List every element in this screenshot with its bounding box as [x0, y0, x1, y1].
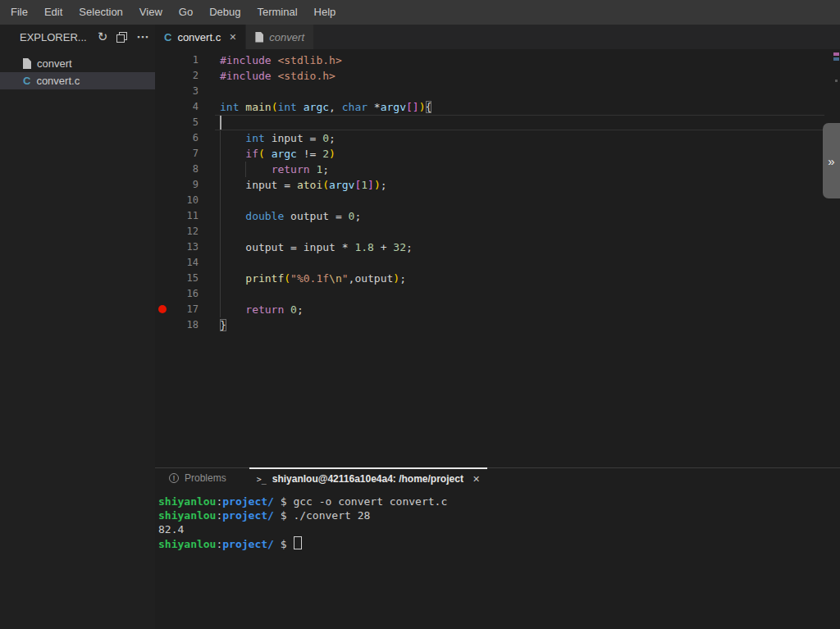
file-icon — [23, 58, 31, 69]
prompt-user: shiyanlou — [158, 495, 216, 508]
code-line-5: 5 — [155, 115, 840, 130]
menu-item-terminal[interactable]: Terminal — [249, 0, 305, 25]
code-line-11: 11 double output = 0; — [155, 208, 840, 224]
terminal-line: shiyanlou:project/ $ gcc -o convert conv… — [158, 495, 837, 508]
code-text: #include <stdlib.h> — [220, 52, 342, 68]
code-text: #include <stdio.h> — [220, 68, 336, 84]
code-text: output = input * 1.8 + 32; — [220, 239, 413, 255]
line-number: 12 — [155, 224, 199, 239]
menu-bar: FileEditSelectionViewGoDebugTerminalHelp — [0, 0, 840, 25]
explorer-actions: ↻ ⋯ — [98, 31, 150, 43]
terminal-icon: >_ — [257, 475, 267, 484]
terminal-command: ./convert 28 — [293, 509, 370, 522]
file-name: convert.c — [36, 75, 80, 87]
terminal-command: gcc -o convert convert.c — [293, 495, 447, 508]
problems-icon: ! — [169, 473, 179, 483]
explorer-sidebar: EXPLORER... ↻ ⋯ convertCconvert.c — [0, 25, 155, 629]
close-tab-icon[interactable]: ✕ — [229, 32, 236, 43]
tab-label: convert.c — [177, 31, 221, 43]
line-number: 16 — [155, 286, 199, 302]
prompt-dir: project/ — [222, 509, 274, 522]
line-number: 9 — [155, 177, 199, 193]
line-number: 7 — [155, 146, 199, 162]
tab-terminal[interactable]: >_ shiyanlou@42116a10e4a4: /home/project… — [249, 467, 487, 489]
tab-problems[interactable]: ! Problems — [161, 467, 235, 489]
close-terminal-icon[interactable]: ✕ — [472, 474, 480, 485]
file-icon — [255, 32, 263, 43]
terminal-line: shiyanlou:project/ $ — [158, 536, 837, 551]
line-number: 5 — [155, 115, 199, 130]
line-number: 15 — [155, 271, 199, 286]
menu-item-file[interactable]: File — [2, 0, 36, 25]
code-line-2: 2#include <stdio.h> — [155, 68, 840, 84]
file-item-convert.c[interactable]: Cconvert.c — [0, 72, 155, 89]
c-file-icon: C — [23, 75, 30, 86]
panel-tab-bar: ! Problems >_ shiyanlou@42116a10e4a4: /h… — [155, 467, 840, 489]
chevron-right-icon: » — [828, 154, 834, 168]
code-line-7: 7 if( argc != 2) — [155, 146, 840, 162]
terminal-cursor — [294, 536, 302, 549]
problems-label: Problems — [185, 472, 226, 484]
code-text: int main(int argc, char *argv[]){ — [220, 99, 431, 115]
code-line-9: 9 input = atoi(argv[1]); — [155, 177, 840, 193]
prompt-dir: project/ — [222, 538, 274, 550]
prompt-dir: project/ — [222, 495, 274, 508]
tab-convert[interactable]: convert — [246, 25, 313, 49]
code-line-8: 8 return 1; — [155, 162, 840, 177]
file-item-convert[interactable]: convert — [0, 55, 155, 72]
code-text: return 1; — [220, 162, 329, 177]
open-editors-icon[interactable] — [116, 32, 127, 43]
code-line-10: 10 — [155, 193, 840, 208]
prompt-dollar: $ — [274, 538, 293, 550]
code-text: if( argc != 2) — [220, 146, 336, 162]
line-number: 1 — [155, 52, 199, 68]
terminal-line: 82.4 — [158, 522, 837, 536]
menu-item-go[interactable]: Go — [171, 0, 201, 25]
line-number: 17 — [155, 302, 199, 317]
expand-panel-handle[interactable]: » — [823, 123, 840, 198]
code-line-12: 12 — [155, 224, 840, 239]
line-number: 18 — [155, 317, 199, 333]
line-number: 13 — [155, 239, 199, 255]
code-editor[interactable]: 1#include <stdlib.h>2#include <stdio.h>3… — [155, 49, 840, 467]
line-number: 2 — [155, 68, 199, 84]
explorer-title: EXPLORER... — [20, 31, 87, 43]
line-number: 3 — [155, 84, 199, 99]
editor-tab-bar: Cconvert.c✕convert — [155, 25, 840, 49]
tab-convert.c[interactable]: Cconvert.c✕ — [155, 25, 245, 49]
explorer-header: EXPLORER... ↻ ⋯ — [0, 25, 155, 49]
code-line-15: 15 printf("%0.1f\n",output); — [155, 271, 840, 286]
terminal-tab-title: shiyanlou@42116a10e4a4: /home/project — [272, 473, 463, 485]
code-text: } — [220, 317, 226, 333]
more-actions-icon[interactable]: ⋯ — [136, 33, 149, 41]
code-line-4: 4int main(int argc, char *argv[]){ — [155, 99, 840, 115]
code-text: return 0; — [220, 302, 304, 317]
code-line-1: 1#include <stdlib.h> — [155, 52, 840, 68]
menu-item-help[interactable]: Help — [306, 0, 345, 25]
code-text: double output = 0; — [220, 208, 361, 224]
menu-item-view[interactable]: View — [131, 0, 171, 25]
terminal-output[interactable]: shiyanlou:project/ $ gcc -o convert conv… — [158, 495, 837, 629]
tab-label: convert — [269, 31, 304, 43]
code-text: int input = 0; — [220, 130, 336, 146]
code-line-6: 6 int input = 0; — [155, 130, 840, 146]
code-text: printf("%0.1f\n",output); — [220, 271, 406, 286]
prompt-dollar: $ — [274, 509, 293, 522]
line-number: 11 — [155, 208, 199, 224]
refresh-explorer-icon[interactable]: ↻ — [98, 31, 108, 43]
line-number: 14 — [155, 255, 199, 271]
code-line-14: 14 — [155, 255, 840, 271]
code-text: input = atoi(argv[1]); — [220, 177, 387, 193]
menu-item-selection[interactable]: Selection — [71, 0, 130, 25]
prompt-dollar: $ — [274, 495, 293, 508]
line-number: 6 — [155, 130, 199, 146]
c-file-icon: C — [164, 32, 171, 43]
line-number: 10 — [155, 193, 199, 208]
line-number: 4 — [155, 99, 199, 115]
text-cursor — [220, 116, 221, 130]
prompt-user: shiyanlou — [158, 538, 216, 550]
menu-item-debug[interactable]: Debug — [201, 0, 249, 25]
code-line-16: 16 — [155, 286, 840, 302]
menu-item-edit[interactable]: Edit — [36, 0, 71, 25]
terminal-line: shiyanlou:project/ $ ./convert 28 — [158, 508, 837, 522]
